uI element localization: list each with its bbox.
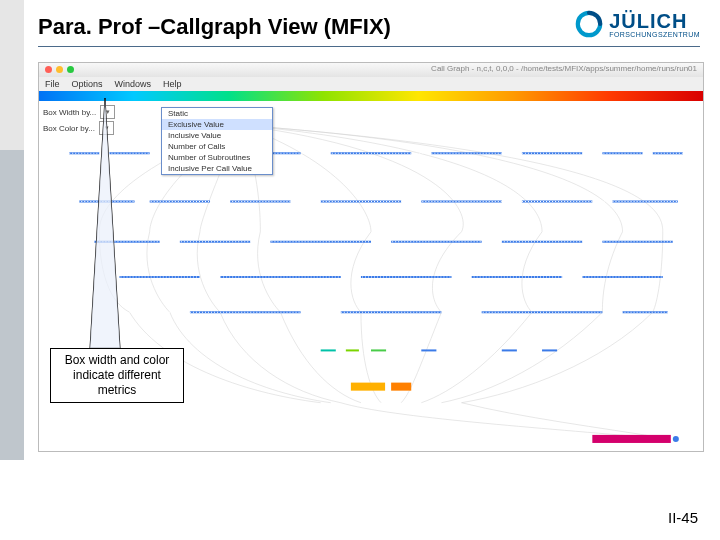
popup-item[interactable]: Number of Calls <box>162 141 272 152</box>
color-spectrum-bar <box>39 91 703 101</box>
menu-help[interactable]: Help <box>163 79 182 89</box>
page-number: II-45 <box>668 509 698 526</box>
svg-rect-39 <box>391 383 411 391</box>
brand-name: JÜLICH <box>609 11 700 31</box>
menu-options[interactable]: Options <box>72 79 103 89</box>
svg-point-41 <box>673 436 679 442</box>
callout-box: Box width and color indicate different m… <box>50 348 184 403</box>
minimize-icon[interactable] <box>56 66 63 73</box>
slide-left-accent-dark <box>0 150 24 460</box>
menu-file[interactable]: File <box>45 79 60 89</box>
popup-item[interactable]: Number of Subroutines <box>162 152 272 163</box>
brand-sub: FORSCHUNGSZENTRUM <box>609 31 700 38</box>
svg-rect-40 <box>592 435 670 443</box>
popup-item[interactable]: Inclusive Per Call Value <box>162 163 272 174</box>
brand-mark-icon <box>575 10 603 38</box>
zoom-icon[interactable] <box>67 66 74 73</box>
slide-title: Para. Prof –Callgraph View (MFIX) <box>38 14 391 40</box>
title-divider <box>38 46 700 47</box>
window-titlebar: Call Graph - n,c,t, 0,0,0 - /home/tests/… <box>39 63 703 78</box>
svg-marker-48 <box>90 98 120 348</box>
close-icon[interactable] <box>45 66 52 73</box>
menubar: File Options Windows Help <box>39 77 703 92</box>
menu-windows[interactable]: Windows <box>115 79 152 89</box>
popup-item[interactable]: Static <box>162 108 272 119</box>
popup-item[interactable]: Inclusive Value <box>162 130 272 141</box>
window-title: Call Graph - n,c,t, 0,0,0 - /home/tests/… <box>431 64 697 73</box>
svg-rect-38 <box>351 383 385 391</box>
metric-popup[interactable]: Static Exclusive Value Inclusive Value N… <box>161 107 273 175</box>
brand-logo: JÜLICH FORSCHUNGSZENTRUM <box>575 10 700 38</box>
popup-item[interactable]: Exclusive Value <box>162 119 272 130</box>
